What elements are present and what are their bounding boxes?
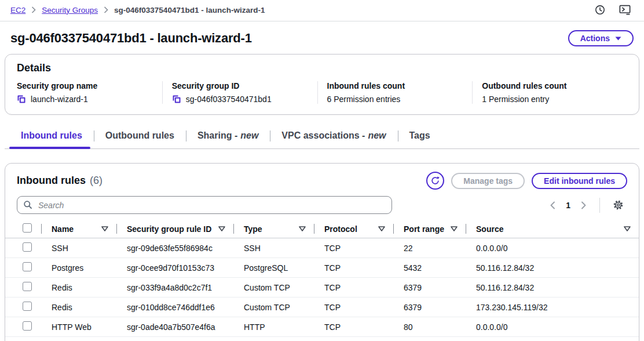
settings-button[interactable] <box>609 197 627 213</box>
filter-icon[interactable] <box>298 226 307 231</box>
filter-icon[interactable] <box>449 226 459 231</box>
previous-page-button[interactable] <box>546 199 559 212</box>
filter-icon[interactable] <box>100 226 109 231</box>
cloudshell-icon[interactable] <box>619 4 631 16</box>
page-title: sg-046f0337540471bd1 - launch-wizard-1 <box>10 31 252 46</box>
table-row: Redis sgr-033f9a4a8d0c2c7f1 Custom TCP T… <box>5 278 639 298</box>
tab-inbound-rules[interactable]: Inbound rules <box>9 125 94 148</box>
detail-field-security-group-id: Security group ID sg-046f0337540471bd1 <box>162 81 317 104</box>
rule-count: (6) <box>90 175 103 187</box>
table-row: SSH sgr-09de63fe55f86984c SSH TCP 22 0.0… <box>5 238 639 258</box>
field-label: Security group name <box>17 81 162 90</box>
detail-field-security-group-name: Security group name launch-wizard-1 <box>17 81 162 104</box>
caret-down-icon <box>615 37 621 41</box>
copy-icon[interactable] <box>17 95 26 104</box>
tab-vpc-associations[interactable]: VPC associations - new <box>270 125 397 148</box>
page-header: sg-046f0337540471bd1 - launch-wizard-1 A… <box>0 21 644 54</box>
cell-protocol: TCP <box>314 258 393 278</box>
actions-button[interactable]: Actions <box>568 30 634 46</box>
search-input[interactable] <box>17 196 392 214</box>
cell-protocol: TCP <box>314 337 393 341</box>
filter-icon[interactable] <box>377 226 386 231</box>
cell-source: 50.116.12.84/32 <box>466 278 639 298</box>
cell-rule-id: sgr-0ade40a7b507e4f6a <box>116 317 233 337</box>
tab-label: Inbound rules <box>21 130 82 141</box>
tab-bar: Inbound rules Outbound rules Sharing - n… <box>5 125 639 149</box>
refresh-button[interactable] <box>426 172 444 190</box>
manage-tags-button[interactable]: Manage tags <box>451 173 525 189</box>
column-header-type: Type <box>233 221 314 238</box>
inbound-rules-panel: Inbound rules (6) Manage tags Edit inbou… <box>5 163 639 341</box>
column-header-protocol: Protocol <box>314 221 393 238</box>
history-icon[interactable] <box>594 4 606 16</box>
cell-protocol: TCP <box>314 317 393 337</box>
column-label: Type <box>244 224 262 234</box>
breadcrumb-current: sg-046f0337540471bd1 - launch-wizard-1 <box>114 6 265 14</box>
cell-port-range: 443 <box>393 337 466 341</box>
detail-field-inbound-rules-count: Inbound rules count 6 Permission entries <box>317 81 473 104</box>
tab-label: Outbound rules <box>105 130 174 141</box>
edit-inbound-rules-label: Edit inbound rules <box>544 176 615 186</box>
next-page-button[interactable] <box>577 199 590 212</box>
cell-type: SSH <box>233 238 314 258</box>
breadcrumb-link-security-groups[interactable]: Security Groups <box>42 6 98 14</box>
row-checkbox[interactable] <box>23 262 32 271</box>
cell-type: HTTP <box>233 317 314 337</box>
cell-port-range: 5432 <box>393 258 466 278</box>
cell-port-range: 80 <box>393 317 466 337</box>
tab-new-badge: new <box>240 130 258 141</box>
tab-label: VPC associations - <box>281 130 365 141</box>
cell-port-range: 6379 <box>393 278 466 298</box>
cell-port-range: 22 <box>393 238 466 258</box>
column-header-source: Source <box>466 221 639 238</box>
field-label: Inbound rules count <box>327 81 473 90</box>
search-box <box>17 196 392 214</box>
cell-name: HTTPS Web <box>41 337 116 341</box>
row-checkbox[interactable] <box>23 242 32 252</box>
table-row: HTTP Web sgr-0ade40a7b507e4f6a HTTP TCP … <box>5 317 639 337</box>
cell-rule-id: sgr-09de63fe55f86984c <box>116 238 233 258</box>
cell-protocol: TCP <box>314 298 393 317</box>
details-panel: Details Security group name launch-wizar… <box>5 54 639 115</box>
filter-icon[interactable] <box>623 226 632 231</box>
column-label: Port range <box>404 224 444 234</box>
chevron-right-icon <box>104 6 108 13</box>
field-label: Outbound rules count <box>482 81 627 90</box>
tab-new-badge: new <box>368 130 386 141</box>
select-all-checkbox[interactable] <box>23 223 32 233</box>
cell-port-range: 6379 <box>393 298 466 317</box>
breadcrumb-link-ec2[interactable]: EC2 <box>10 6 25 14</box>
tab-tags[interactable]: Tags <box>398 125 442 148</box>
details-title: Details <box>17 62 627 74</box>
filter-icon[interactable] <box>217 226 226 231</box>
cell-rule-id: sgr-0cee9d70f10153c73 <box>116 258 233 278</box>
cell-protocol: TCP <box>314 278 393 298</box>
cell-type: Custom TCP <box>233 298 314 317</box>
cell-name: Redis <box>41 298 116 317</box>
column-label: Name <box>52 224 74 234</box>
detail-field-outbound-rules-count: Outbound rules count 1 Permission entry <box>472 81 627 104</box>
field-value: 6 Permission entries <box>327 95 401 104</box>
tab-outbound-rules[interactable]: Outbound rules <box>94 125 186 148</box>
edit-inbound-rules-button[interactable]: Edit inbound rules <box>532 173 627 189</box>
cell-source: 50.116.12.84/32 <box>466 258 639 278</box>
cell-name: SSH <box>41 238 116 258</box>
breadcrumb: EC2 Security Groups sg-046f0337540471bd1… <box>10 6 265 14</box>
column-label: Security group rule ID <box>127 224 211 234</box>
column-label: Protocol <box>324 224 357 234</box>
row-checkbox[interactable] <box>23 282 32 291</box>
column-label: Source <box>476 224 503 234</box>
field-value: launch-wizard-1 <box>31 95 88 104</box>
tab-sharing[interactable]: Sharing - new <box>186 125 270 148</box>
table-row: Postgres sgr-0cee9d70f10153c73 PostgreSQ… <box>5 258 639 278</box>
cell-name: Redis <box>41 278 116 298</box>
cell-source: 0.0.0.0/0 <box>466 317 639 337</box>
page-number[interactable]: 1 <box>562 201 574 210</box>
row-checkbox[interactable] <box>23 321 32 331</box>
cell-type: HTTPS <box>233 337 314 341</box>
panel-title: Inbound rules <box>17 175 86 187</box>
cell-source: 0.0.0.0/0 <box>466 337 639 341</box>
copy-icon[interactable] <box>172 95 181 104</box>
row-checkbox[interactable] <box>23 302 32 311</box>
cell-name: Postgres <box>41 258 116 278</box>
